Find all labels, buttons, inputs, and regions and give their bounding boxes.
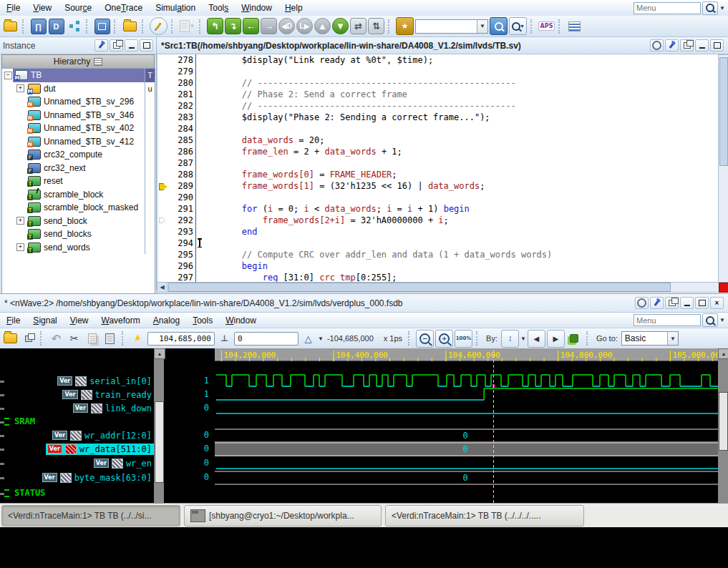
signal-row-wr_data[interactable]: Verwr_data[511:0]: [0, 443, 154, 455]
next-edge-button[interactable]: ▶: [547, 330, 565, 348]
code-line-278[interactable]: 278 $display("Link ready at %0t", $time)…: [157, 54, 719, 66]
menu-search-dropdown-icon[interactable]: ▼: [719, 5, 725, 11]
zoom-in-icon[interactable]: +: [435, 330, 453, 348]
sig-flow-icon[interactable]: ⇄: [350, 18, 367, 34]
cursor-time-field[interactable]: 104,685,000: [147, 332, 215, 346]
maximize-icon[interactable]: [710, 39, 724, 52]
hierarchy-icon[interactable]: [66, 18, 82, 34]
aps-icon[interactable]: APS: [538, 18, 555, 34]
expand-icon[interactable]: +: [16, 243, 24, 251]
menu-simulation[interactable]: Simulation: [149, 1, 202, 14]
menu-view[interactable]: View: [64, 314, 95, 327]
tree-item-reset[interactable]: Treset: [2, 175, 155, 188]
signal-row-link_down[interactable]: Verlink_down: [0, 402, 154, 414]
menu-search-input[interactable]: [634, 2, 701, 14]
paste-icon[interactable]: [102, 330, 118, 347]
maximize-icon[interactable]: [695, 297, 709, 309]
menu-search-icon[interactable]: [702, 313, 718, 327]
signal-panel-scrollbar[interactable]: ▲: [154, 348, 164, 504]
toolbar-search-combo[interactable]: ▼: [415, 19, 488, 34]
restore-icon[interactable]: [110, 39, 123, 52]
sync-icon[interactable]: [650, 39, 664, 52]
open-folder-icon[interactable]: [2, 330, 19, 347]
edge-select-icon[interactable]: ↕: [501, 330, 519, 348]
cut-icon[interactable]: ✂: [66, 330, 82, 347]
restore-icon[interactable]: [680, 39, 694, 52]
code-line-292[interactable]: 292 frame_words[2+i] = 32'hA0000000 + i;: [157, 215, 719, 226]
inactive-trace-marker-icon[interactable]: [159, 217, 165, 223]
collapse-icon[interactable]: −: [4, 72, 12, 79]
waveform-pane[interactable]: 104,200,000104,400,000104,600,000104,800…: [215, 348, 718, 504]
glitch-up-icon[interactable]: △: [300, 330, 316, 347]
waveform-canvas[interactable]: 104,200,000104,400,000104,600,000104,800…: [215, 348, 718, 504]
signal-group-sram[interactable]: SRAM: [4, 416, 35, 427]
signal-row-wr_addr[interactable]: Verwr_addr[12:0]: [0, 429, 154, 441]
import-folder-icon[interactable]: [122, 18, 138, 34]
tree-item-send_words[interactable]: +Tsend_words: [2, 241, 155, 255]
signal-row-wr_en[interactable]: Verwr_en: [0, 457, 154, 469]
restore-icon[interactable]: [665, 297, 679, 309]
code-line-286[interactable]: 286 frame_len = 2 + data_words + 1;: [157, 146, 719, 157]
signal-row-serial_in[interactable]: Verserial_in[0]: [0, 375, 154, 387]
glitch-dropdown-icon[interactable]: ▼: [318, 336, 324, 342]
nactive-icon[interactable]: [566, 330, 583, 347]
menu-search-dropdown-icon[interactable]: ▼: [719, 317, 725, 323]
code-line-283[interactable]: 283 $display("Phase 2: Sending a correct…: [157, 112, 719, 123]
tree-item-tb[interactable]: −MTBT: [2, 69, 155, 82]
down-circle-icon[interactable]: ▼: [332, 18, 349, 34]
maximize-icon[interactable]: [140, 39, 153, 52]
menu-window[interactable]: Window: [235, 1, 278, 14]
menu-tools[interactable]: Tools: [202, 1, 235, 14]
minimize-icon[interactable]: [125, 39, 138, 52]
menu-waveform[interactable]: Waveform: [95, 314, 147, 327]
bookmark-icon[interactable]: ★: [396, 17, 414, 35]
code-line-280[interactable]: 280 // ---------------------------------…: [157, 77, 719, 89]
copy-icon[interactable]: [84, 330, 100, 347]
zoom-100-icon[interactable]: 100%: [455, 330, 472, 348]
code-line-294[interactable]: 294: [157, 238, 719, 249]
code-line-289[interactable]: 289 frame_words[1] = (32'h1235 << 16) | …: [157, 180, 719, 192]
get-signals-icon[interactable]: [20, 330, 37, 347]
goto-combo[interactable]: Basic▼: [621, 331, 679, 346]
trace-load-icon[interactable]: ↴: [225, 18, 241, 34]
annotate-icon[interactable]: [150, 17, 168, 35]
signal-row-byte_mask[interactable]: Verbyte_mask[63:0]: [0, 471, 154, 484]
tree-item-crc32_compute[interactable]: Fcrc32_compute: [2, 148, 155, 162]
ntrace-window-icon[interactable]: [94, 18, 110, 34]
tree-item-unnamed_$tb_sv_346[interactable]: NUnnamed_$TB_sv_346: [2, 109, 155, 122]
edge-dropdown-icon[interactable]: ▼: [520, 336, 526, 342]
cursor-arrow-icon[interactable]: [130, 330, 146, 347]
menu-signal[interactable]: Signal: [26, 314, 63, 327]
close-icon[interactable]: ×: [710, 297, 724, 309]
waveform-scrollbar[interactable]: ▲: [718, 348, 728, 504]
pin-icon[interactable]: [665, 39, 679, 52]
pin-icon[interactable]: [650, 297, 664, 309]
code-line-287[interactable]: 287: [157, 157, 719, 169]
find-advanced-icon[interactable]: ▾: [509, 17, 527, 35]
tree-item-dut[interactable]: +Mdutu: [2, 82, 155, 96]
hierarchy-header[interactable]: Hierarchy: [1, 54, 155, 69]
code-line-285[interactable]: 285 data_words = 20;: [157, 134, 719, 146]
nwave-icon[interactable]: ∏: [30, 18, 47, 34]
signal-group-status[interactable]: STATUS: [4, 487, 45, 499]
menu-window[interactable]: Window: [219, 314, 263, 327]
menu-onetrace[interactable]: OneTrace: [98, 1, 149, 14]
marker-icon[interactable]: ⊥: [216, 330, 233, 347]
search-value-field[interactable]: 0: [234, 332, 299, 346]
minimize-icon[interactable]: [680, 297, 694, 309]
taskbar-button-3[interactable]: <Verdi:nTraceMain:1> TB TB (../../../...…: [385, 505, 584, 527]
back-icon[interactable]: ←: [243, 18, 259, 34]
open-folder-icon[interactable]: [2, 18, 19, 34]
code-line-291[interactable]: 291 for (i = 0; i < data_words; i = i + …: [157, 203, 719, 215]
menu-tools[interactable]: Tools: [186, 314, 219, 327]
pin-icon[interactable]: [94, 39, 108, 52]
scroll-up-icon[interactable]: ▲: [718, 348, 728, 359]
menu-file[interactable]: File: [0, 1, 26, 14]
analog-icon[interactable]: [566, 18, 583, 34]
code-line-295[interactable]: 295 // Compute CRC over addr_len and dat…: [157, 249, 719, 260]
source-hscrollbar[interactable]: ◀: [157, 282, 719, 293]
tree-item-unnamed_$tb_sv_412[interactable]: NUnnamed_$TB_sv_412: [2, 135, 155, 149]
tree-item-crc32_next[interactable]: Fcrc32_next: [2, 162, 155, 175]
tree-item-scramble_block_masked[interactable]: Tscramble_block_masked: [2, 201, 155, 215]
tree-item-unnamed_$tb_sv_402[interactable]: NUnnamed_$TB_sv_402: [2, 122, 155, 135]
